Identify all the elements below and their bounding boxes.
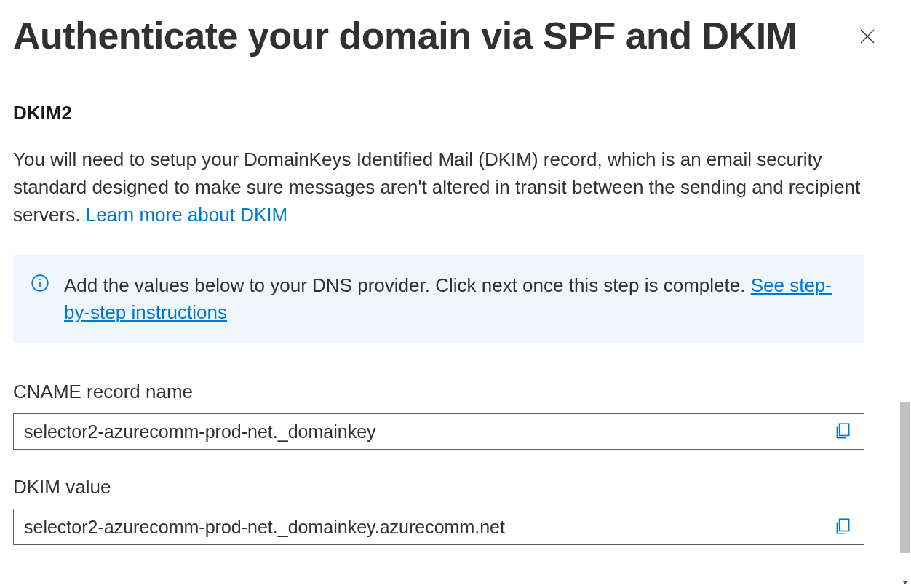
close-icon [859, 28, 876, 47]
cname-copy-field [13, 413, 864, 450]
copy-icon [833, 421, 852, 442]
dkim-value-field-group: DKIM value [13, 476, 864, 545]
dkim-value-copy-button[interactable] [829, 512, 856, 542]
dkim-value-copy-field [13, 509, 864, 545]
dkim-description: You will need to setup your DomainKeys I… [13, 146, 864, 229]
cname-input[interactable] [24, 421, 829, 442]
scrollbar-thumb[interactable] [900, 402, 910, 553]
svg-rect-6 [840, 519, 849, 531]
dkim-value-input[interactable] [24, 517, 829, 538]
cname-copy-button[interactable] [829, 417, 856, 447]
info-banner: Add the values below to your DNS provide… [13, 255, 864, 343]
info-icon [31, 274, 49, 295]
page-title: Authenticate your domain via SPF and DKI… [13, 13, 797, 58]
scrollbar-track[interactable] [899, 0, 911, 588]
info-banner-message: Add the values below to your DNS provide… [64, 274, 751, 296]
learn-more-dkim-link[interactable]: Learn more about DKIM [86, 204, 287, 226]
dkim-value-label: DKIM value [13, 476, 864, 498]
info-banner-text: Add the values below to your DNS provide… [64, 272, 844, 325]
panel-header: Authenticate your domain via SPF and DKI… [13, 13, 911, 58]
cname-label: CNAME record name [13, 381, 864, 403]
section-heading-dkim2: DKIM2 [13, 102, 864, 124]
panel-content: DKIM2 You will need to setup your Domain… [13, 102, 911, 545]
authenticate-domain-panel: Authenticate your domain via SPF and DKI… [0, 0, 911, 588]
svg-point-4 [39, 279, 41, 281]
copy-icon [833, 517, 852, 538]
svg-marker-7 [902, 581, 908, 584]
scroll-down-button[interactable] [899, 576, 911, 588]
svg-rect-5 [840, 424, 849, 435]
cname-field-group: CNAME record name [13, 381, 864, 450]
close-button[interactable] [853, 22, 882, 53]
